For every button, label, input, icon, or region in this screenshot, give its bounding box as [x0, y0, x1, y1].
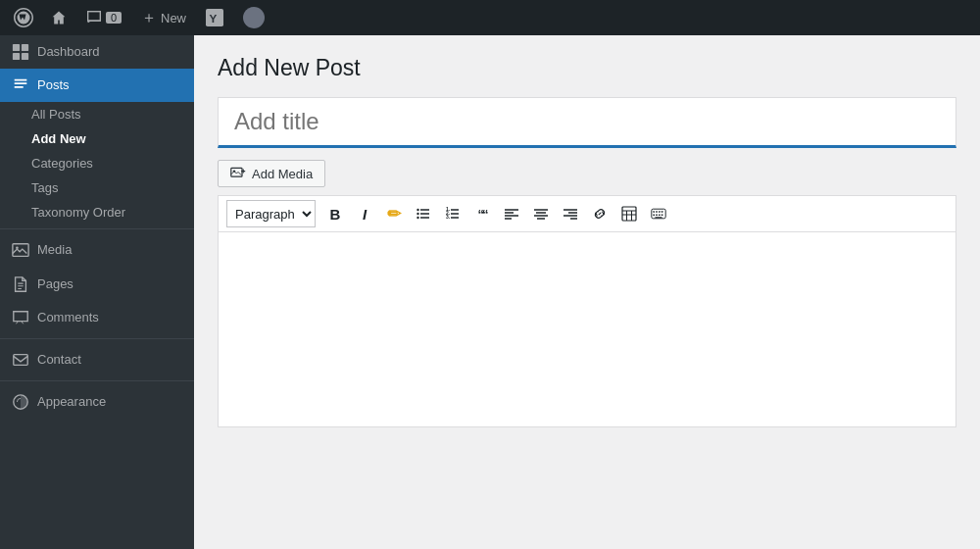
- sidebar-sub-categories[interactable]: Categories: [0, 151, 194, 175]
- svg-rect-2: [13, 44, 20, 51]
- svg-text:3.: 3.: [446, 214, 451, 220]
- sidebar-item-appearance[interactable]: Appearance: [0, 385, 194, 419]
- content-area: Add New Post Add Media Paragraph B I ✏ 1…: [194, 35, 980, 549]
- bold-button[interactable]: B: [321, 200, 349, 227]
- new-label: New: [161, 11, 186, 25]
- align-center-icon: [533, 206, 549, 222]
- title-input[interactable]: [219, 98, 956, 145]
- sidebar-divider-1: [0, 228, 194, 229]
- plus-icon: ＋: [141, 8, 157, 28]
- user-avatar[interactable]: [235, 0, 272, 35]
- editor-toolbar: Paragraph B I ✏ 1.2.3. ““: [218, 195, 956, 231]
- sidebar-item-dashboard-label: Dashboard: [37, 43, 100, 61]
- italic-button[interactable]: I: [351, 200, 378, 227]
- editor-body[interactable]: [218, 231, 956, 427]
- svg-rect-4: [13, 53, 20, 60]
- ol-icon: 1.2.3.: [445, 206, 461, 222]
- svg-rect-8: [14, 355, 27, 366]
- sidebar: Dashboard Posts All Posts Add New Catego…: [0, 35, 194, 549]
- ul-button[interactable]: [410, 200, 437, 227]
- align-center-button[interactable]: [527, 200, 555, 227]
- align-right-icon: [563, 206, 578, 222]
- sidebar-item-dashboard[interactable]: Dashboard: [0, 35, 194, 69]
- svg-point-17: [416, 217, 418, 219]
- align-right-button[interactable]: [557, 200, 584, 227]
- add-media-label: Add Media: [252, 167, 313, 181]
- svg-rect-49: [662, 214, 663, 216]
- highlight-button[interactable]: ✏: [380, 200, 408, 227]
- svg-rect-5: [22, 53, 28, 60]
- link-button[interactable]: [586, 200, 613, 227]
- sidebar-sub-taxonomy-order[interactable]: Taxonomy Order: [0, 200, 194, 225]
- title-input-wrap: [218, 97, 956, 148]
- keyboard-icon: [651, 206, 666, 222]
- sidebar-item-comments[interactable]: Comments: [0, 301, 194, 334]
- sidebar-item-contact[interactable]: Contact: [0, 343, 194, 376]
- svg-rect-42: [653, 211, 655, 213]
- keyboard-button[interactable]: [645, 200, 672, 227]
- comments-count: 0: [106, 12, 122, 24]
- svg-rect-3: [22, 44, 28, 51]
- svg-point-16: [416, 213, 418, 215]
- svg-rect-44: [659, 211, 661, 213]
- sidebar-item-pages[interactable]: Pages: [0, 268, 194, 301]
- main-layout: Dashboard Posts All Posts Add New Catego…: [0, 35, 980, 549]
- svg-rect-43: [656, 211, 658, 213]
- svg-rect-48: [659, 214, 661, 216]
- sidebar-divider-2: [0, 338, 194, 339]
- sidebar-item-media-label: Media: [37, 241, 72, 259]
- yoast-link[interactable]: Y: [198, 0, 231, 35]
- svg-rect-46: [653, 214, 655, 216]
- svg-text:Y: Y: [210, 12, 218, 25]
- comments-link[interactable]: 0: [78, 0, 129, 35]
- sidebar-item-posts[interactable]: Posts: [0, 69, 194, 102]
- add-media-button[interactable]: Add Media: [218, 160, 325, 187]
- svg-rect-50: [655, 217, 662, 218]
- ol-button[interactable]: 1.2.3.: [439, 200, 466, 227]
- sidebar-item-contact-label: Contact: [37, 351, 81, 369]
- sidebar-divider-3: [0, 380, 194, 381]
- sidebar-item-posts-label: Posts: [37, 76, 70, 94]
- home-link[interactable]: [43, 0, 74, 35]
- page-title: Add New Post: [218, 55, 956, 81]
- sidebar-sub-add-new[interactable]: Add New: [0, 126, 194, 151]
- align-left-button[interactable]: [498, 200, 525, 227]
- link-icon: [592, 206, 608, 222]
- svg-rect-45: [662, 211, 663, 213]
- align-left-icon: [504, 206, 519, 222]
- sidebar-item-pages-label: Pages: [37, 275, 74, 293]
- table-icon: [621, 206, 637, 222]
- sidebar-sub-all-posts[interactable]: All Posts: [0, 102, 194, 126]
- blockquote-button[interactable]: ““: [468, 200, 496, 227]
- ul-icon: [416, 206, 431, 222]
- sidebar-sub-tags[interactable]: Tags: [0, 175, 194, 200]
- sidebar-item-comments-label: Comments: [37, 309, 99, 326]
- add-media-icon: [230, 166, 246, 181]
- wp-logo[interactable]: [8, 0, 39, 35]
- sidebar-item-media[interactable]: Media: [0, 233, 194, 267]
- admin-bar: 0 ＋ New Y: [0, 0, 980, 35]
- svg-rect-36: [622, 207, 636, 221]
- table-button[interactable]: [615, 200, 643, 227]
- svg-point-15: [416, 209, 418, 211]
- paragraph-select[interactable]: Paragraph: [226, 200, 316, 227]
- sidebar-item-appearance-label: Appearance: [37, 393, 106, 411]
- add-media-section: Add Media: [218, 160, 956, 187]
- new-link[interactable]: ＋ New: [133, 0, 194, 35]
- svg-rect-47: [656, 214, 658, 216]
